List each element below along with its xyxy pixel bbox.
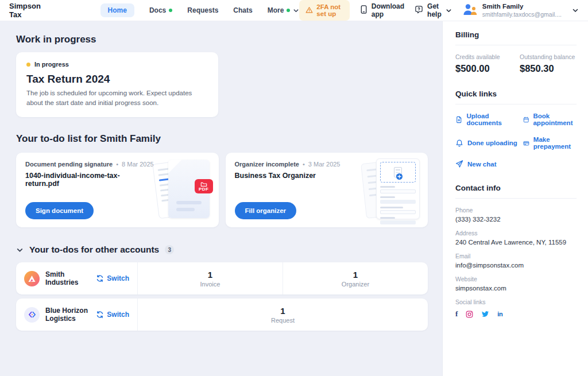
family-avatar-icon — [462, 3, 478, 18]
contact-email: Email info@simpsonstax.com — [455, 253, 577, 269]
contact-website: Website simpsonstax.com — [455, 276, 577, 292]
job-description: The job is scheduled for upcoming work. … — [26, 88, 208, 107]
account-name: Smith Industries — [45, 270, 89, 287]
instagram-icon[interactable] — [466, 311, 473, 318]
other-account-rows: Smith Industries Switch 1 Invoice 1 Orga… — [16, 262, 428, 331]
download-app-button[interactable]: Download app — [360, 2, 404, 18]
bell-icon — [455, 139, 463, 148]
todo-date: 3 Mar 2025 — [308, 161, 341, 168]
chevron-down-icon[interactable] — [572, 7, 579, 14]
contact-phone: Phone (333) 332-3232 — [455, 207, 577, 223]
book-appointment-link[interactable]: Book appointment — [523, 113, 577, 126]
other-accounts-heading: Your to-dos for other accounts — [29, 245, 159, 255]
page-content: Work in progress In progress Tax Return … — [0, 21, 588, 376]
nav-item-docs[interactable]: Docs — [149, 6, 172, 14]
pdf-file-badge: PDF — [195, 179, 213, 193]
front-form-graphic — [376, 158, 420, 219]
document-filename: 1040-individual-income-tax-return.pdf — [25, 172, 152, 188]
get-help-menu[interactable]: Get help — [415, 2, 452, 18]
page-fold-graphic — [168, 160, 182, 173]
account-cell: Blue Horizon Logistics Switch — [16, 299, 138, 331]
contact-address: Address 240 Central Ave Lawrence, NY, 11… — [455, 230, 577, 246]
2fa-warning-badge[interactable]: 2FA not set up — [299, 0, 349, 21]
organizer-count-cell[interactable]: 1 Organizer — [283, 262, 428, 294]
refresh-icon — [96, 311, 104, 319]
twitter-icon[interactable] — [481, 311, 489, 317]
paper-plane-icon — [455, 160, 463, 168]
job-title: Tax Return 2024 — [26, 73, 208, 86]
nav-item-requests[interactable]: Requests — [187, 6, 218, 14]
refresh-icon — [96, 274, 104, 282]
account-cell: Smith Industries Switch — [16, 262, 138, 294]
nav-item-home[interactable]: Home — [100, 3, 134, 17]
balance-amount: $850.30 — [520, 63, 575, 74]
outstanding-balance: Outstanding balance $850.30 — [520, 53, 575, 74]
top-navigation-bar: Simpson Tax Home Docs Requests Chats Mor… — [0, 0, 588, 21]
count-badge: 3 — [165, 245, 174, 254]
notification-dot — [287, 9, 290, 12]
main-nav: Home Docs Requests Chats More — [100, 3, 300, 17]
brand-logo[interactable]: Simpson Tax — [9, 2, 49, 19]
todo-card-signature: Document pending signature • 8 Mar 2025 … — [16, 153, 219, 227]
sign-document-button[interactable]: Sign document — [25, 202, 94, 219]
facebook-icon[interactable]: f — [455, 309, 458, 319]
switch-account-button[interactable]: Switch — [96, 311, 129, 319]
switch-account-button[interactable]: Switch — [96, 274, 129, 282]
calendar-icon — [523, 115, 529, 124]
new-chat-link[interactable]: New chat — [455, 160, 520, 168]
organizer-form-illustration — [363, 158, 420, 220]
smith-industries-logo — [24, 271, 40, 286]
credits-amount: $500.00 — [455, 63, 520, 74]
front-page-graphic: PDF — [168, 160, 210, 218]
nav-item-chats[interactable]: Chats — [233, 6, 252, 14]
status-dot-icon — [26, 63, 30, 67]
todo-cards: Document pending signature • 8 Mar 2025 … — [16, 153, 428, 227]
work-in-progress-heading: Work in progress — [16, 34, 428, 45]
invoice-count-cell[interactable]: 1 Invoice — [138, 262, 283, 294]
account-row-blue-horizon: Blue Horizon Logistics Switch 1 Request — [16, 299, 428, 331]
contact-info-heading: Contact info — [455, 184, 577, 192]
account-row-smith-industries: Smith Industries Switch 1 Invoice 1 Orga… — [16, 262, 428, 294]
make-prepayment-link[interactable]: Make prepayment — [523, 136, 577, 150]
user-account-menu[interactable]: Smith Family smithfamily.taxdocs@gmail..… — [462, 3, 562, 18]
collapse-chevron-icon[interactable] — [16, 246, 24, 254]
user-email: smithfamily.taxdocs@gmail.... — [482, 11, 562, 18]
social-links: Social links f in — [455, 299, 577, 319]
notification-dot — [169, 9, 172, 12]
pdf-document-illustration: PDF — [154, 158, 211, 220]
credits-available: Credits available $500.00 — [455, 53, 520, 74]
upload-dropzone-graphic — [380, 162, 416, 183]
billing-summary: Credits available $500.00 Outstanding ba… — [455, 53, 577, 74]
help-bubble-icon — [415, 5, 423, 15]
status-label: In progress — [34, 61, 69, 68]
header-actions: 2FA not set up Download app Get help Smi… — [299, 0, 579, 21]
done-uploading-link[interactable]: Done uploading — [455, 136, 520, 150]
organizer-name: Business Tax Organizer — [235, 172, 361, 180]
user-name: Smith Family — [482, 3, 562, 11]
quick-links-heading: Quick links — [455, 90, 577, 98]
request-count-cell[interactable]: 1 Request — [138, 299, 428, 331]
job-status: In progress — [26, 61, 208, 68]
account-name: Blue Horizon Logistics — [45, 307, 89, 323]
warning-icon — [305, 6, 313, 15]
quick-links: Upload documents Book appointment Done u… — [455, 113, 577, 168]
upload-document-icon — [455, 115, 463, 124]
right-sidebar: Billing Credits available $500.00 Outsta… — [442, 21, 588, 376]
billing-heading: Billing — [455, 30, 577, 39]
other-accounts-header[interactable]: Your to-dos for other accounts 3 — [16, 245, 428, 255]
fill-organizer-button[interactable]: Fill organizer — [235, 202, 297, 219]
chevron-down-icon — [446, 7, 452, 14]
plus-badge-icon — [396, 173, 403, 180]
nav-item-more[interactable]: More — [268, 6, 300, 14]
upload-documents-link[interactable]: Upload documents — [455, 113, 520, 126]
work-in-progress-card[interactable]: In progress Tax Return 2024 The job is s… — [16, 52, 218, 117]
blue-horizon-logo — [24, 307, 40, 323]
todo-list-heading: Your to-do list for Smith Family — [16, 133, 428, 145]
main-panel: Work in progress In progress Tax Return … — [0, 21, 442, 376]
chevron-down-icon — [293, 7, 299, 14]
todo-date: 8 Mar 2025 — [122, 161, 154, 168]
user-identity: Smith Family smithfamily.taxdocs@gmail..… — [482, 3, 562, 18]
mobile-phone-icon — [360, 5, 368, 15]
todo-card-organizer: Organizer incomplete • 3 Mar 2025 Busine… — [226, 153, 428, 227]
linkedin-icon[interactable]: in — [497, 311, 502, 317]
